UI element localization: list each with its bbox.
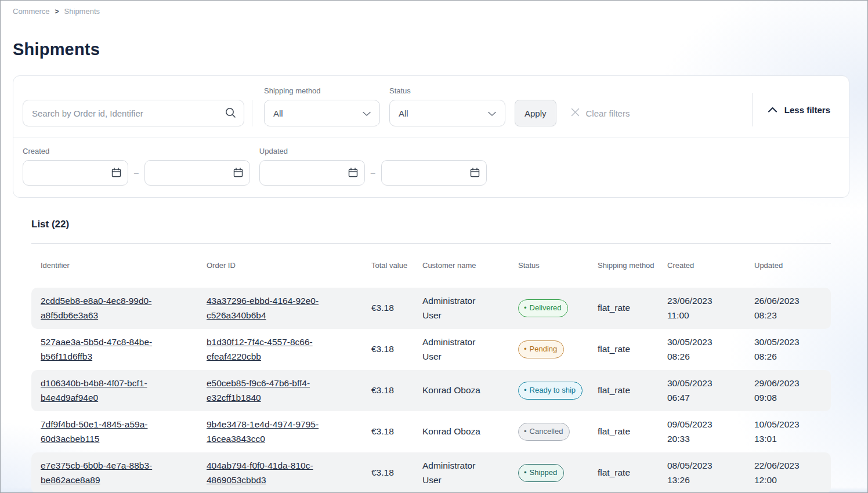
- status-badge: Shipped: [518, 464, 564, 482]
- less-filters-label: Less filters: [784, 105, 830, 115]
- filters-panel: Shipping method All Status All: [13, 75, 849, 198]
- identifier-link[interactable]: 7df9f4bd-50e1-4845-a59a-60d3acbeb115: [41, 418, 164, 445]
- calendar-icon[interactable]: [233, 167, 244, 180]
- apply-button[interactable]: Apply: [515, 100, 556, 126]
- clear-filters-label: Clear filters: [586, 108, 630, 118]
- updated-cell: 30/05/202308:26: [754, 335, 831, 363]
- created-cell: 23/06/202311:00: [667, 294, 754, 322]
- created-cell: 08/05/202313:26: [667, 459, 754, 487]
- status-cell: Ready to ship: [518, 382, 598, 400]
- customer-name-cell: Administrator User: [422, 294, 518, 322]
- created-cell: 09/05/202320:33: [667, 418, 754, 445]
- order-id-link[interactable]: 9b4e3478-1e4d-4974-9795-16cea3843cc0: [207, 418, 330, 445]
- status-badge: Cancelled: [518, 423, 570, 441]
- range-dash: –: [134, 168, 139, 177]
- calendar-icon[interactable]: [469, 167, 480, 180]
- status-label: Status: [389, 86, 505, 95]
- updated-cell: 29/06/202309:08: [754, 376, 831, 404]
- identifier-cell: 2cdd5eb8-e8a0-4ec8-99d0-a8f5db6e3a63: [41, 294, 207, 322]
- range-dash: –: [371, 168, 375, 177]
- shipping-method-select[interactable]: All: [264, 100, 380, 126]
- order-id-cell: e50ceb85-f9c6-47b6-bff4-e32cff1b1840: [207, 376, 371, 404]
- table-row: 2cdd5eb8-e8a0-4ec8-99d0-a8f5db6e3a63 43a…: [31, 288, 831, 329]
- identifier-cell: 527aae3a-5b5d-47c8-84be-b56f11d6ffb3: [41, 335, 207, 363]
- breadcrumb-commerce[interactable]: Commerce: [13, 7, 50, 16]
- less-filters-toggle[interactable]: Less filters: [768, 105, 840, 115]
- clear-filters-button[interactable]: Clear filters: [570, 100, 630, 126]
- breadcrumb-separator: >: [55, 8, 59, 16]
- total-value-cell: €3.18: [371, 383, 422, 397]
- identifier-link[interactable]: 527aae3a-5b5d-47c8-84be-b56f11d6ffb3: [41, 335, 164, 363]
- identifier-cell: 7df9f4bd-50e1-4845-a59a-60d3acbeb115: [41, 418, 207, 445]
- order-id-link[interactable]: b1d30f12-7f4c-4557-8c66-efeaf4220cbb: [207, 335, 330, 363]
- identifier-cell: e7e375cb-6b0b-4e7a-88b3-be862ace8a89: [41, 459, 207, 487]
- shipping-method-label: Shipping method: [264, 86, 380, 95]
- search-input[interactable]: [23, 100, 244, 126]
- created-cell: 30/05/202308:26: [667, 335, 754, 363]
- breadcrumb-shipments[interactable]: Shipments: [64, 7, 100, 16]
- order-id-cell: 404ab794-f0f0-41da-810c-4869053cbbd3: [207, 459, 371, 487]
- order-id-link[interactable]: e50ceb85-f9c6-47b6-bff4-e32cff1b1840: [207, 376, 330, 404]
- order-id-link[interactable]: 404ab794-f0f0-41da-810c-4869053cbbd3: [207, 459, 330, 487]
- shipments-list: List (22) Identifier Order ID Total valu…: [31, 219, 831, 493]
- status-select[interactable]: All: [389, 100, 505, 126]
- status-cell: Pending: [518, 340, 598, 358]
- table-row: 527aae3a-5b5d-47c8-84be-b56f11d6ffb3 b1d…: [31, 329, 831, 370]
- search-icon[interactable]: [225, 107, 237, 121]
- customer-name-cell: Administrator User: [422, 459, 518, 487]
- column-header-identifier: Identifier: [41, 260, 207, 271]
- status-cell: Cancelled: [518, 423, 598, 441]
- filter-divider: [752, 93, 753, 126]
- list-title: List (22): [31, 219, 831, 230]
- chevron-up-icon: [768, 105, 777, 115]
- order-id-link[interactable]: 43a37296-ebbd-4164-92e0-c526a340b6b4: [207, 294, 330, 322]
- calendar-icon[interactable]: [348, 167, 359, 180]
- identifier-link[interactable]: d106340b-b4b8-4f07-bcf1-b4e4d9af94e0: [41, 376, 164, 404]
- identifier-link[interactable]: 2cdd5eb8-e8a0-4ec8-99d0-a8f5db6e3a63: [41, 294, 164, 322]
- shipping-method-cell: flat_rate: [598, 342, 667, 356]
- order-id-cell: 43a37296-ebbd-4164-92e0-c526a340b6b4: [207, 294, 371, 322]
- column-header-order-id: Order ID: [207, 260, 371, 271]
- table-header-row: Identifier Order ID Total value Customer…: [31, 244, 831, 288]
- status-value: All: [399, 108, 408, 118]
- shipping-method-cell: flat_rate: [598, 383, 667, 397]
- created-cell: 30/05/202306:47: [667, 376, 754, 404]
- total-value-cell: €3.18: [371, 342, 422, 356]
- calendar-icon[interactable]: [111, 167, 122, 180]
- chevron-down-icon: [362, 108, 371, 118]
- table-row: e7e375cb-6b0b-4e7a-88b3-be862ace8a89 404…: [31, 452, 831, 493]
- customer-name-cell: Administrator User: [422, 335, 518, 363]
- updated-cell: 10/05/202313:01: [754, 418, 831, 445]
- table-row: d106340b-b4b8-4f07-bcf1-b4e4d9af94e0 e50…: [31, 370, 831, 411]
- total-value-cell: €3.18: [371, 466, 422, 480]
- customer-name-cell: Konrad Oboza: [422, 383, 518, 397]
- breadcrumb: Commerce > Shipments: [0, 0, 868, 16]
- updated-cell: 26/06/202308:23: [754, 294, 831, 322]
- total-value-cell: €3.18: [371, 301, 422, 315]
- column-header-created: Created: [667, 260, 754, 271]
- column-header-status: Status: [518, 260, 598, 271]
- column-header-customer-name: Customer name: [422, 260, 518, 271]
- shipping-method-cell: flat_rate: [598, 425, 667, 438]
- shipping-method-cell: flat_rate: [598, 466, 667, 480]
- identifier-link[interactable]: e7e375cb-6b0b-4e7a-88b3-be862ace8a89: [41, 459, 164, 487]
- updated-range-label: Updated: [259, 147, 487, 155]
- identifier-cell: d106340b-b4b8-4f07-bcf1-b4e4d9af94e0: [41, 376, 207, 404]
- table-row: 7df9f4bd-50e1-4845-a59a-60d3acbeb115 9b4…: [31, 411, 831, 452]
- filter-divider: [252, 100, 252, 126]
- status-badge: Delivered: [518, 299, 568, 317]
- total-value-cell: €3.18: [371, 425, 422, 438]
- status-cell: Shipped: [518, 464, 598, 482]
- shipments-table-body: 2cdd5eb8-e8a0-4ec8-99d0-a8f5db6e3a63 43a…: [31, 288, 831, 493]
- updated-cell: 22/06/202312:00: [754, 459, 831, 487]
- page-title: Shipments: [13, 40, 868, 59]
- status-badge: Ready to ship: [518, 382, 583, 400]
- status-badge: Pending: [518, 340, 564, 358]
- shipping-method-value: All: [273, 108, 283, 118]
- customer-name-cell: Konrad Oboza: [422, 425, 518, 438]
- column-header-shipping-method: Shipping method: [598, 260, 667, 271]
- column-header-updated: Updated: [754, 260, 831, 271]
- status-cell: Delivered: [518, 299, 598, 317]
- order-id-cell: 9b4e3478-1e4d-4974-9795-16cea3843cc0: [207, 418, 371, 445]
- column-header-total-value: Total value: [371, 260, 422, 271]
